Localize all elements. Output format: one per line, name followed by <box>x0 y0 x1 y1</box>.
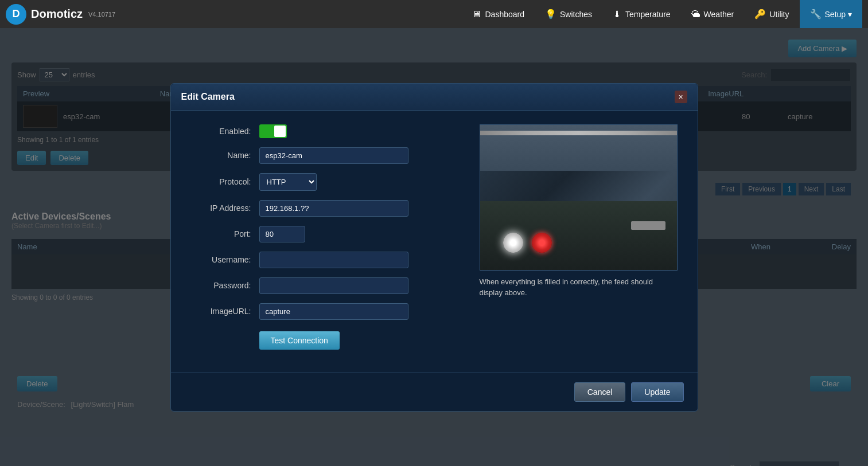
modal-close-button[interactable]: × <box>675 91 687 103</box>
edit-camera-modal: Edit Camera × Enabled: <box>170 83 698 412</box>
enabled-row: Enabled: <box>188 124 462 138</box>
cancel-button[interactable]: Cancel <box>574 382 626 402</box>
toggle-bg <box>259 124 287 138</box>
nav-setup[interactable]: 🔧 Setup ▾ <box>800 0 862 28</box>
password-label: Password: <box>188 281 251 290</box>
modal-body: Enabled: Name: Protoco <box>171 111 698 373</box>
temperature-icon: 🌡 <box>613 9 622 19</box>
bg-content: Add Camera ▶ Search: Show 25 50 100 entr… <box>0 28 868 466</box>
modal-overlay: Edit Camera × Enabled: <box>0 28 868 466</box>
cam-shelf <box>480 201 677 270</box>
camera-image-inner <box>480 125 677 270</box>
toggle-knob <box>274 126 286 137</box>
username-label: Username: <box>188 255 251 264</box>
ip-input[interactable] <box>259 200 408 217</box>
nav-setup-label: Setup ▾ <box>825 10 852 19</box>
name-row: Name: <box>188 147 462 164</box>
port-input[interactable] <box>259 226 305 242</box>
protocol-select[interactable]: HTTP HTTPS MJPEG <box>259 173 317 191</box>
cam-strip <box>480 131 677 135</box>
camera-preview-area: When everything is filled in correctly, … <box>480 124 680 359</box>
nav-temperature-label: Temperature <box>625 10 671 19</box>
ip-label: IP Address: <box>188 203 251 213</box>
weather-icon: 🌥 <box>691 9 700 19</box>
username-input[interactable] <box>259 252 408 268</box>
port-row: Port: <box>188 226 462 242</box>
test-connection-row: Test Connection <box>188 329 462 350</box>
cam-top <box>480 125 677 171</box>
ip-row: IP Address: <box>188 200 462 217</box>
cam-light-2 <box>532 233 552 253</box>
update-button[interactable]: Update <box>631 382 683 402</box>
modal-footer: Cancel Update <box>171 373 698 411</box>
setup-icon: 🔧 <box>810 9 822 19</box>
modal-form: Enabled: Name: Protoco <box>188 124 462 359</box>
nav-dashboard[interactable]: 🖥 Dashboard <box>462 0 535 28</box>
nav-weather[interactable]: 🌥 Weather <box>681 0 745 28</box>
dashboard-icon: 🖥 <box>472 9 481 19</box>
camera-hint: When everything is filled in correctly, … <box>480 276 675 299</box>
enabled-label: Enabled: <box>188 127 251 136</box>
imageurl-input[interactable] <box>259 303 408 320</box>
nav-weather-label: Weather <box>704 10 734 19</box>
imageurl-row: ImageURL: <box>188 303 462 320</box>
logo-area: D Domoticz V4.10717 <box>6 4 462 25</box>
modal-header: Edit Camera × <box>171 84 698 111</box>
username-row: Username: <box>188 252 462 268</box>
header: D Domoticz V4.10717 🖥 Dashboard 💡 Switch… <box>0 0 868 28</box>
port-label: Port: <box>188 229 251 238</box>
modal-title: Edit Camera <box>181 92 235 102</box>
camera-feed <box>480 124 678 271</box>
app-name: Domoticz <box>31 7 83 21</box>
protocol-label: Protocol: <box>188 177 251 186</box>
password-input[interactable] <box>259 277 408 294</box>
nav-switches[interactable]: 💡 Switches <box>535 0 602 28</box>
cam-light-1 <box>503 233 523 253</box>
main-nav: 🖥 Dashboard 💡 Switches 🌡 Temperature 🌥 W… <box>462 0 862 28</box>
name-label: Name: <box>188 151 251 160</box>
app-version: V4.10717 <box>88 11 115 18</box>
name-input[interactable] <box>259 147 408 164</box>
utility-icon: 🔑 <box>754 9 766 19</box>
nav-temperature[interactable]: 🌡 Temperature <box>602 0 681 28</box>
nav-utility[interactable]: 🔑 Utility <box>744 0 799 28</box>
logo-icon: D <box>6 4 26 25</box>
password-row: Password: <box>188 277 462 294</box>
imageurl-label: ImageURL: <box>188 307 251 316</box>
nav-utility-label: Utility <box>769 10 789 19</box>
switches-icon: 💡 <box>545 9 556 19</box>
nav-dashboard-label: Dashboard <box>485 10 524 19</box>
cam-shelf-item <box>631 221 665 230</box>
test-connection-button[interactable]: Test Connection <box>259 331 340 350</box>
nav-switches-label: Switches <box>560 10 592 19</box>
enabled-toggle[interactable] <box>259 124 287 138</box>
protocol-row: Protocol: HTTP HTTPS MJPEG <box>188 173 462 191</box>
